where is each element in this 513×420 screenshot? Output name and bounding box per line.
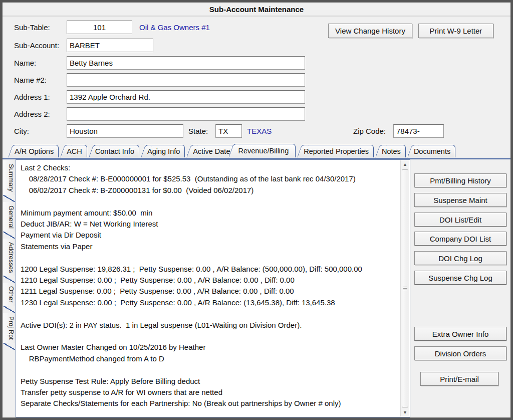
summary-line: Petty Suspense Test Rule: Apply Before B… [21,376,397,387]
summary-line: Deduct JIB/AR: W = Net Working Interest [21,219,397,230]
tab-aging-info-label: Aging Info [147,147,180,155]
view-change-history-button[interactable]: View Change History [328,24,412,38]
summary-line [21,196,397,207]
address1-input[interactable] [67,90,305,104]
tab-ar-options[interactable]: A/R Options [13,145,59,157]
summary-line [21,308,397,319]
form-area: Sub-Table: Oil & Gas Owners #1 View Chan… [3,17,510,143]
tab-documents-label: Documents [414,147,450,155]
summary-line: 08/28/2017 Check #: B-E000000001 for $52… [21,173,397,184]
summary-line: Statements via Paper [21,241,397,252]
tab-active-date-label: Active Date [193,147,230,155]
sub-account-row: Sub-Account: [3,39,510,52]
scrollbar-grip-icon [403,288,407,289]
doi-list-edit-button[interactable]: DOI List/Edit [414,213,506,227]
address1-row: Address 1: [3,90,510,104]
sub-table-row: Sub-Table: Oil & Gas Owners #1 View Chan… [3,21,510,34]
summary-line [21,364,397,375]
summary-line: Minimum payment amount: $50.00 min [21,207,397,219]
state-label: State: [188,124,208,138]
sidetab-separator [3,195,15,202]
zip-label: Zip Code: [353,124,386,138]
tab-contact-info-label: Contact Info [95,147,134,155]
window-title: Sub-Account Maintenance [3,3,510,17]
state-input[interactable] [215,124,242,138]
extra-owner-info-button[interactable]: Extra Owner Info [414,327,506,341]
sidetab-proj-rpt[interactable]: Proj Rpt [3,313,15,343]
tab-documents[interactable]: Documents [412,145,455,157]
tab-revenue-billing-label: Revenue/Billing [238,147,289,155]
sub-account-label: Sub-Account: [14,39,59,52]
company-doi-list-button[interactable]: Company DOI List [414,232,506,246]
tab-aging-info[interactable]: Aging Info [145,145,185,157]
name2-label: Name #2: [14,73,47,87]
scroll-down-arrow-icon[interactable]: ▼ [401,408,409,416]
address2-row: Address 2: [3,107,510,121]
summary-line: 06/02/2017 Check #: B-Z000000131 for $0.… [21,185,397,196]
scroll-up-arrow-icon[interactable]: ▲ [401,160,409,168]
division-orders-button[interactable]: Division Orders [414,346,506,360]
name2-row: Name #2: [3,73,510,87]
address2-input[interactable] [67,107,305,121]
summary-line: Active DOI(s): 2 in PAY status. 1 in Leg… [21,320,397,331]
summary-line: 1211 Legal Suspense: 0.00 ; Petty Suspen… [21,286,397,297]
print-email-button[interactable]: Print/E-mail [420,372,498,386]
tab-content-panel: Summary General Addresses Other Proj Rpt… [3,158,510,417]
sidetab-separator [3,343,15,350]
vertical-scrollbar[interactable]: ▲ ▼ [400,160,409,416]
sidetab-general[interactable]: General [3,202,15,232]
summary-line [21,331,397,342]
sidetab-addresses[interactable]: Addresses [3,239,15,276]
summary-line: Transfer petty suspense to A/R for WI ow… [21,387,397,398]
app-window: Sub-Account Maintenance Sub-Table: Oil &… [0,0,513,420]
name-input[interactable] [67,56,305,70]
city-input[interactable] [67,124,183,138]
suspense-chg-log-button[interactable]: Suspense Chg Log [414,271,506,285]
sidetab-separator [3,276,15,283]
city-state-zip-row: City: State: TEXAS Zip Code: [3,124,510,138]
revenue-billing-summary-text: Last 2 Checks: 08/28/2017 Check #: B-E00… [16,159,410,417]
summary-line: 1200 Legal Suspense: 19,826.31 ; Petty S… [21,264,397,275]
tab-reported-properties[interactable]: Reported Properties [302,145,374,157]
side-tab-strip: Summary General Addresses Other Proj Rpt [3,159,16,417]
summary-line: Last Owner Master Changed on 10/25/2016 … [21,342,397,353]
tab-reported-properties-label: Reported Properties [304,147,369,155]
name-label: Name: [14,56,36,70]
sub-account-input[interactable] [67,39,153,52]
summary-line: 1210 Legal Suspense: 0.00 ; Petty Suspen… [21,275,397,286]
tab-contact-info[interactable]: Contact Info [93,145,139,157]
sub-table-input[interactable] [67,21,132,34]
address2-label: Address 2: [14,107,50,121]
tab-notes-label: Notes [382,147,401,155]
name2-input[interactable] [67,73,305,87]
action-button-panel: Pmt/Billing History Suspense Maint DOI L… [410,159,510,417]
city-label: City: [14,124,29,138]
scrollbar-thumb[interactable] [402,169,408,407]
zip-input[interactable] [393,124,444,138]
name-row: Name: [3,56,510,70]
pmt-billing-history-button[interactable]: Pmt/Billing History [414,173,506,187]
sidetab-separator [3,232,15,239]
summary-line [21,252,397,263]
state-description: TEXAS [247,124,272,138]
summary-line: 1230 Legal Suspense: 0.00 ; Petty Suspen… [21,297,397,308]
sidetab-other[interactable]: Other [3,283,15,306]
summary-line: Payment via Dir Deposit [21,230,397,241]
suspense-maint-button[interactable]: Suspense Maint [414,193,506,207]
tab-bar: A/R Options ACH Contact Info Aging Info … [3,143,510,157]
sub-table-description: Oil & Gas Owners #1 [139,21,210,34]
print-w9-letter-button[interactable]: Print W-9 Letter [418,24,493,38]
summary-line: RBPaymentMethod changed from A to D [21,353,397,364]
sidetab-separator [3,306,15,313]
sub-table-label: Sub-Table: [14,21,50,34]
tab-ar-options-label: A/R Options [15,147,54,155]
doi-chg-log-button[interactable]: DOI Chg Log [414,251,506,265]
summary-line: Separate Checks/Statements for each Part… [21,398,397,409]
tab-ach[interactable]: ACH [65,145,87,157]
tab-ach-label: ACH [67,147,82,155]
address1-label: Address 1: [14,90,50,104]
tab-revenue-billing[interactable]: Revenue/Billing [233,144,296,157]
sidetab-summary[interactable]: Summary [3,160,15,195]
tab-notes[interactable]: Notes [380,145,406,157]
summary-line: Last 2 Checks: [21,162,397,173]
